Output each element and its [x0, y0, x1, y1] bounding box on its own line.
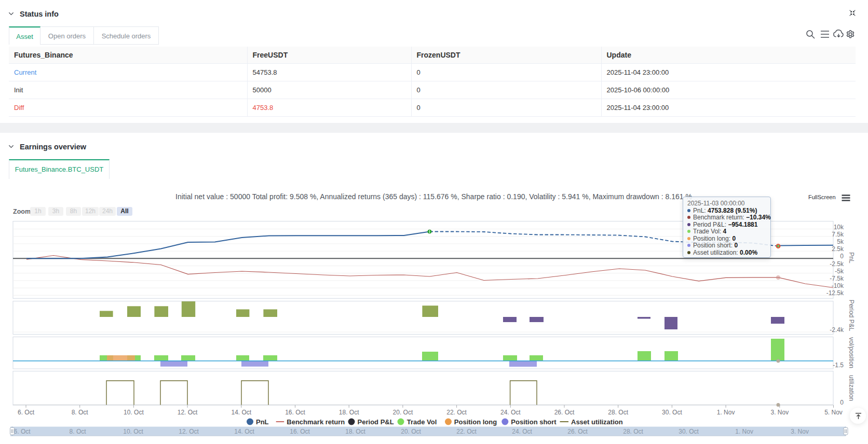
svg-text:-5k: -5k: [835, 268, 844, 275]
svg-text:Asset utilization: Asset utilization: [571, 418, 623, 426]
svg-text:16. Oct: 16. Oct: [285, 409, 305, 416]
svg-text:12. Oct: 12. Oct: [178, 409, 198, 416]
svg-text:5. Nov: 5. Nov: [824, 409, 843, 416]
svg-text:22. Oct: 22. Oct: [446, 409, 467, 416]
svg-text:6. Oct: 6. Oct: [14, 428, 31, 435]
svg-text:PnL: PnL: [256, 418, 269, 426]
svg-text:Period P&L: Period P&L: [848, 300, 855, 331]
svg-text:Position long: Position long: [454, 418, 497, 426]
svg-text:28. Oct: 28. Oct: [623, 428, 643, 435]
svg-text:Benchmark return: Benchmark return: [287, 418, 345, 426]
svg-text:24. Oct: 24. Oct: [512, 428, 532, 435]
svg-text:Position short: Position short: [511, 418, 557, 426]
svg-text:utilization: utilization: [848, 375, 855, 401]
svg-text:3. Nov: 3. Nov: [791, 428, 809, 435]
svg-text:24. Oct: 24. Oct: [500, 409, 521, 416]
svg-text:14. Oct: 14. Oct: [231, 409, 251, 416]
svg-text:10. Oct: 10. Oct: [123, 428, 143, 435]
svg-text:Trade Vol: Trade Vol: [407, 418, 437, 426]
svg-text:8. Oct: 8. Oct: [72, 409, 89, 416]
svg-text:6. Oct: 6. Oct: [18, 409, 35, 416]
svg-text:-10k: -10k: [832, 282, 844, 289]
svg-text:26. Oct: 26. Oct: [554, 409, 575, 416]
svg-text:Period P&L: Period P&L: [358, 418, 394, 426]
svg-text:30. Oct: 30. Oct: [679, 428, 699, 435]
svg-text:-12.5k: -12.5k: [826, 289, 844, 297]
svg-text:12. Oct: 12. Oct: [179, 428, 199, 435]
svg-text:-2.5k: -2.5k: [830, 260, 844, 268]
svg-text:1. Nov: 1. Nov: [717, 409, 735, 416]
svg-text:0: 0: [840, 399, 844, 406]
svg-text:20. Oct: 20. Oct: [401, 428, 421, 435]
svg-text:8. Oct: 8. Oct: [70, 428, 87, 435]
svg-text:0: 0: [840, 253, 844, 260]
svg-text:vol/position: vol/position: [848, 337, 855, 368]
svg-text:26. Oct: 26. Oct: [567, 428, 588, 435]
svg-text:18. Oct: 18. Oct: [345, 428, 365, 435]
svg-text:16. Oct: 16. Oct: [290, 428, 310, 435]
svg-text:7.5k: 7.5k: [832, 231, 844, 238]
svg-text:22. Oct: 22. Oct: [456, 428, 477, 435]
svg-text:10. Oct: 10. Oct: [124, 409, 144, 416]
svg-text:1. Nov: 1. Nov: [735, 428, 753, 435]
svg-text:18. Oct: 18. Oct: [339, 409, 359, 416]
svg-text:28. Oct: 28. Oct: [608, 409, 628, 416]
svg-text:-2.4k: -2.4k: [830, 326, 844, 334]
svg-text:30. Oct: 30. Oct: [662, 409, 682, 416]
svg-text:20. Oct: 20. Oct: [393, 409, 413, 416]
svg-text:-7.5k: -7.5k: [830, 275, 844, 282]
svg-text:3. Nov: 3. Nov: [770, 409, 789, 416]
svg-text:-1.5: -1.5: [833, 362, 844, 369]
svg-text:5k: 5k: [837, 238, 844, 245]
svg-text:14. Oct: 14. Oct: [234, 428, 254, 435]
svg-text:10k: 10k: [834, 224, 844, 231]
svg-text:PnL: PnL: [848, 252, 855, 263]
svg-text:2.5k: 2.5k: [832, 245, 844, 253]
